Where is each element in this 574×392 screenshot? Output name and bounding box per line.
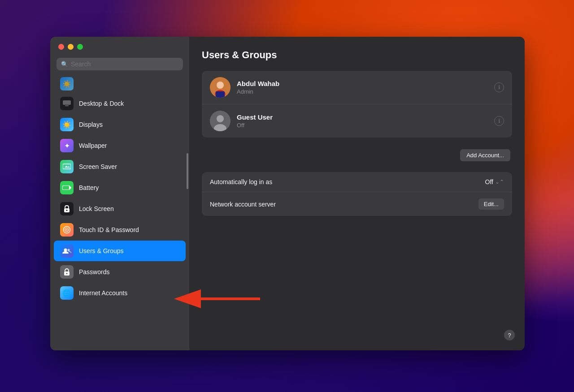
sidebar-item-battery[interactable]: Battery [54, 177, 186, 198]
sidebar-item-label-passwords: Passwords [79, 268, 109, 276]
sidebar-item-label-screen-saver: Screen Saver [79, 163, 117, 170]
svg-rect-5 [63, 186, 69, 190]
page-title: Users & Groups [202, 49, 512, 61]
passwords-icon [60, 265, 74, 279]
displays-icon: ☀️ [60, 118, 74, 131]
lock-screen-icon [60, 202, 74, 215]
auto-login-label: Automatically log in as [210, 178, 485, 185]
sidebar-item-label-desktop-dock: Desktop & Dock [79, 100, 124, 107]
user-name: Abdul Wahab [237, 80, 488, 87]
sidebar-scrollbar-thumb[interactable] [187, 153, 188, 189]
sidebar-item-internet-accounts[interactable]: 🌐 Internet Accounts [54, 283, 186, 303]
user-name: Guest User [237, 113, 488, 121]
sidebar-scrollbar-track [187, 126, 188, 261]
wallpaper-icon: ✦ [60, 139, 74, 152]
sidebar-item-displays[interactable]: ☀️ Displays [54, 114, 186, 135]
svg-point-10 [66, 229, 68, 231]
network-server-row: Network account server Edit... [202, 192, 512, 216]
touch-id-icon [60, 223, 74, 237]
user-info-button[interactable]: ℹ [494, 82, 504, 92]
battery-icon [60, 181, 74, 194]
auto-login-value[interactable]: Off ⌄⌃ [485, 178, 504, 185]
svg-point-7 [66, 210, 68, 211]
sidebar-item-label-lock-screen: Lock Screen [79, 205, 114, 212]
sidebar: 🔍 ☀️ Desktop & Dock [50, 37, 189, 350]
svg-point-16 [217, 82, 224, 89]
network-server-label: Network account server [210, 201, 478, 208]
table-row[interactable]: Abdul Wahab Admin ℹ [202, 71, 512, 104]
users-section: Abdul Wahab Admin ℹ Gue [202, 71, 512, 138]
internet-accounts-icon: 🌐 [60, 286, 74, 300]
svg-point-11 [64, 249, 67, 252]
user-info: Abdul Wahab Admin [237, 80, 488, 95]
search-input[interactable] [71, 60, 178, 68]
sidebar-item-desktop-dock[interactable]: Desktop & Dock [54, 93, 186, 114]
system-preferences-window: 🔍 ☀️ Desktop & Dock [50, 37, 525, 350]
svg-rect-4 [70, 187, 71, 189]
edit-button[interactable]: Edit... [478, 198, 504, 210]
sidebar-items-list: Desktop & Dock ☀️ Displays ✦ Wallpaper [50, 91, 189, 350]
auto-login-row: Automatically log in as Off ⌄⌃ [202, 172, 512, 192]
sidebar-item-label-touch-id: Touch ID & Password [79, 226, 139, 234]
main-content: Users & Groups [189, 37, 525, 350]
maximize-button[interactable] [77, 44, 83, 50]
minimize-button[interactable] [68, 44, 74, 50]
svg-rect-1 [65, 105, 69, 106]
help-button[interactable]: ? [504, 330, 515, 340]
sidebar-item-passwords[interactable]: Passwords [54, 262, 186, 282]
svg-rect-19 [216, 91, 225, 98]
sidebar-item-wallpaper[interactable]: ✦ Wallpaper [54, 135, 186, 156]
sidebar-item-touch-id[interactable]: Touch ID & Password [54, 220, 186, 240]
sidebar-partial-item: ☀️ [54, 77, 186, 90]
svg-point-14 [66, 273, 68, 274]
partial-icon: ☀️ [60, 77, 74, 90]
search-icon: 🔍 [61, 61, 68, 68]
window-content: 🔍 ☀️ Desktop & Dock [50, 37, 525, 350]
user-role: Off [237, 122, 488, 129]
sidebar-item-label-displays: Displays [79, 121, 103, 128]
desktop-dock-icon [60, 97, 74, 110]
svg-point-12 [68, 249, 70, 251]
table-row[interactable]: Guest User Off ℹ [202, 104, 512, 138]
sidebar-item-screen-saver[interactable]: Screen Saver [54, 156, 186, 177]
traffic-lights [50, 37, 189, 55]
svg-point-21 [217, 115, 224, 122]
sidebar-item-label-internet-accounts: Internet Accounts [79, 289, 127, 297]
user-info: Guest User Off [237, 113, 488, 129]
stepper-icon: ⌄⌃ [495, 179, 504, 185]
add-account-button[interactable]: Add Account... [460, 149, 510, 161]
sidebar-item-users-groups[interactable]: Users & Groups [54, 241, 186, 261]
sidebar-item-lock-screen[interactable]: Lock Screen [54, 198, 186, 219]
close-button[interactable] [58, 44, 64, 50]
search-bar[interactable]: 🔍 [57, 58, 183, 70]
sidebar-item-label-battery: Battery [79, 184, 99, 191]
sidebar-item-label-users-groups: Users & Groups [79, 247, 124, 254]
sidebar-item-label-wallpaper: Wallpaper [79, 142, 107, 149]
user-role: Admin [237, 88, 488, 95]
users-groups-icon [60, 244, 74, 258]
screen-saver-icon [60, 160, 74, 173]
settings-section: Automatically log in as Off ⌄⌃ Network a… [202, 172, 512, 216]
guest-info-button[interactable]: ℹ [494, 116, 504, 126]
svg-rect-0 [63, 100, 71, 105]
avatar [210, 111, 230, 131]
auto-login-current-value: Off [485, 178, 493, 185]
add-account-row: Add Account... [202, 145, 512, 161]
avatar [210, 77, 230, 98]
